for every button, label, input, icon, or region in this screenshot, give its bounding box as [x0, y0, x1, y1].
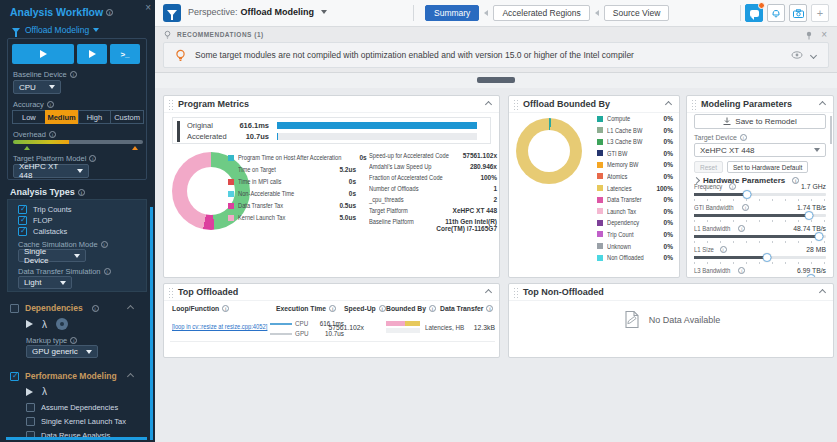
splitter-handle[interactable]	[477, 77, 515, 83]
info-icon[interactable]	[729, 183, 736, 190]
info-icon[interactable]	[47, 101, 54, 108]
overhead-slider[interactable]	[13, 140, 143, 144]
overhead-slider-low-marker[interactable]	[24, 146, 30, 150]
pin-icon[interactable]	[805, 31, 813, 40]
notifications-button[interactable]	[767, 4, 785, 22]
slider-track[interactable]	[694, 193, 826, 196]
checkbox-row[interactable]: Assume Dependencies	[26, 400, 126, 414]
slider-thumb[interactable]	[807, 274, 816, 279]
collapse-icon[interactable]	[485, 100, 492, 107]
checkbox-row[interactable]: Callstacks	[8, 226, 146, 237]
slider-thumb[interactable]	[742, 190, 751, 199]
command-line-button[interactable]	[110, 44, 140, 64]
info-icon[interactable]	[379, 305, 386, 312]
target-device-select[interactable]: XeHPC XT 448	[694, 143, 826, 157]
tab[interactable]: Summary	[425, 5, 479, 21]
drag-handle-icon[interactable]	[168, 287, 173, 298]
info-icon[interactable]	[78, 189, 85, 196]
gear-icon[interactable]	[56, 318, 68, 330]
snapshot-button[interactable]	[789, 4, 807, 22]
slider-thumb[interactable]	[762, 253, 771, 262]
new-tab-button[interactable]	[811, 4, 829, 22]
recommendation-item[interactable]: Some target modules are not compiled wit…	[163, 42, 829, 68]
collect-selected-button[interactable]	[77, 44, 107, 64]
panel-scrollbar[interactable]	[830, 116, 832, 144]
sidebar-perspective-selector[interactable]: Offload Modeling	[12, 25, 99, 35]
drag-handle-icon[interactable]	[513, 99, 518, 110]
play-icon[interactable]	[26, 320, 33, 328]
perspective-selector[interactable]: Perspective: Offload Modeling	[188, 7, 327, 17]
loop-function-link[interactable]: [loop in cv::resize at resize.cpp:4052]	[172, 323, 267, 330]
info-icon[interactable]	[70, 337, 77, 344]
info-icon[interactable]	[92, 305, 99, 312]
overhead-slider-high-marker[interactable]	[132, 146, 138, 150]
slider-thumb[interactable]	[804, 211, 813, 220]
sidebar-vertical-scrollbar[interactable]	[150, 207, 153, 440]
slider-track[interactable]	[694, 235, 826, 238]
accuracy-option[interactable]: Medium	[45, 110, 79, 124]
drag-handle-icon[interactable]	[168, 99, 173, 110]
expand-icon[interactable]	[810, 51, 817, 58]
performance-modeling-checkbox[interactable]	[10, 372, 19, 381]
column-header[interactable]: Bounded By	[386, 305, 436, 312]
info-icon[interactable]	[89, 155, 96, 162]
accuracy-option[interactable]: Low	[12, 110, 46, 124]
info-icon[interactable]	[429, 305, 436, 312]
info-icon[interactable]	[329, 305, 336, 312]
column-header[interactable]: Execution Time	[276, 305, 336, 312]
eye-icon[interactable]	[791, 51, 803, 59]
set-hardware-default-button[interactable]: Set to Hardware Default	[727, 161, 808, 173]
feedback-button[interactable]	[745, 4, 763, 22]
baseline-device-select[interactable]: CPU	[13, 80, 61, 94]
info-icon[interactable]	[486, 305, 493, 312]
collapse-icon[interactable]	[127, 372, 134, 379]
accuracy-option[interactable]: Custom	[110, 110, 144, 124]
slider-thumb[interactable]	[815, 232, 824, 241]
markup-type-select[interactable]: GPU generic	[26, 345, 98, 358]
collapse-icon[interactable]	[485, 288, 492, 295]
info-icon[interactable]	[738, 225, 745, 232]
lambda-icon[interactable]	[42, 319, 47, 330]
collapse-icon[interactable]	[819, 288, 826, 295]
info-icon[interactable]	[720, 246, 727, 253]
checkbox[interactable]	[18, 227, 27, 236]
info-icon[interactable]	[222, 305, 229, 312]
dependencies-checkbox[interactable]	[10, 304, 19, 313]
checkbox[interactable]	[26, 403, 35, 412]
sidebar-horizontal-scrollbar[interactable]	[6, 437, 147, 440]
collapse-icon[interactable]	[127, 304, 134, 311]
slider-track[interactable]	[694, 277, 826, 278]
slider-track[interactable]	[694, 256, 826, 259]
lambda-icon[interactable]	[42, 386, 47, 397]
save-to-remodel-button[interactable]: Save to Remodel	[694, 114, 826, 129]
drag-handle-icon[interactable]	[513, 287, 518, 298]
checkbox-row[interactable]: Trip Counts	[8, 204, 146, 215]
info-icon[interactable]	[742, 204, 749, 211]
column-header[interactable]: Speed-Up	[344, 305, 386, 312]
play-icon[interactable]	[26, 388, 33, 396]
checkbox[interactable]	[18, 216, 27, 225]
close-icon[interactable]	[821, 30, 827, 40]
column-header[interactable]: Data Transfer	[440, 305, 493, 312]
checkbox[interactable]	[18, 205, 27, 214]
info-icon[interactable]	[106, 9, 113, 16]
drag-handle-icon[interactable]	[691, 99, 696, 110]
target-platform-select[interactable]: XeHPC XT 448	[13, 164, 89, 178]
collapse-icon[interactable]	[819, 100, 826, 107]
close-icon[interactable]	[145, 3, 151, 13]
data-transfer-sim-select[interactable]: Light	[18, 276, 72, 289]
tab[interactable]: Source View	[604, 5, 670, 21]
info-icon[interactable]	[49, 131, 56, 138]
checkbox-row[interactable]: Single Kernel Launch Tax	[26, 414, 126, 428]
info-icon[interactable]	[101, 241, 108, 248]
info-icon[interactable]	[740, 134, 747, 141]
checkbox-row[interactable]: FLOP	[8, 215, 146, 226]
tab[interactable]: Accelerated Regions	[493, 5, 589, 21]
reset-button[interactable]: Reset	[694, 161, 723, 173]
info-icon[interactable]	[104, 268, 111, 275]
info-icon[interactable]	[738, 267, 745, 274]
column-header[interactable]: Loop/Function	[172, 305, 229, 312]
checkbox[interactable]	[26, 417, 35, 426]
collapse-icon[interactable]	[665, 100, 672, 107]
info-icon[interactable]	[70, 71, 77, 78]
